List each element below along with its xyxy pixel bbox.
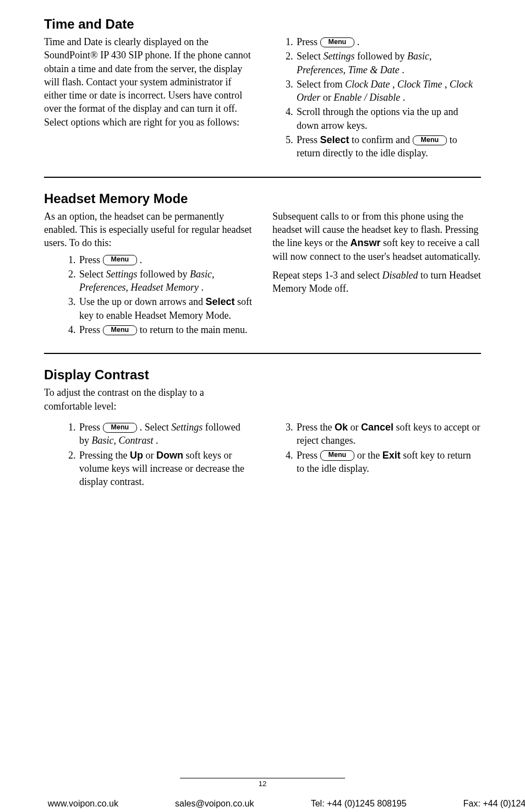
list-item: Press Menu . xyxy=(296,35,481,48)
text: Clock Time xyxy=(397,79,442,90)
text: or xyxy=(146,450,157,461)
divider xyxy=(44,177,481,178)
text: or xyxy=(323,92,334,103)
list-item: Press the Ok or Cancel soft keys to acce… xyxy=(296,421,481,448)
list-item: Press Select to confirm and Menu to retu… xyxy=(296,133,481,160)
text: Enable / Disable xyxy=(333,92,400,103)
text: Press xyxy=(297,450,320,461)
steps-list: Press Menu . Select Settings followed by… xyxy=(44,253,253,337)
footer-email: sales@voipon.co.uk xyxy=(175,799,254,809)
page-number: 12 xyxy=(259,780,266,788)
exit-softkey-label: Exit xyxy=(382,450,401,461)
text: , xyxy=(445,79,450,90)
list-item: Press Menu . Select Settings followed by… xyxy=(78,421,253,448)
heading-time-and-date: Time and Date xyxy=(44,17,481,32)
text: . Select xyxy=(140,422,171,433)
text: or xyxy=(351,422,362,433)
section-time-and-date: Time and Date Time and Date is clearly d… xyxy=(44,17,481,161)
intro-text: To adjust the contrast on the display to… xyxy=(44,386,253,413)
paragraph: Subsequent calls to or from this phone u… xyxy=(272,210,481,263)
text: . xyxy=(201,282,204,293)
right-column: Press the Ok or Cancel soft keys to acce… xyxy=(272,421,481,489)
menu-button-icon: Menu xyxy=(103,423,138,433)
list-item: Press Menu to return to the main menu. xyxy=(78,323,253,336)
text: Press xyxy=(79,422,103,433)
footer-tel: Tel: +44 (0)1245 808195 xyxy=(311,799,407,809)
select-softkey-label: Select xyxy=(205,296,234,307)
footer-site: www.voipon.co.uk xyxy=(48,799,118,809)
text: Clock Date xyxy=(345,79,390,90)
right-column: Press Menu . Select Settings followed by… xyxy=(272,35,481,161)
text: Settings xyxy=(323,51,354,62)
menu-button-icon: Menu xyxy=(320,450,355,461)
text: . xyxy=(357,36,360,47)
text: followed by xyxy=(357,51,407,62)
steps-list: Press the Ok or Cancel soft keys to acce… xyxy=(272,421,481,475)
text: Select xyxy=(297,51,323,62)
right-column: Subsequent calls to or from this phone u… xyxy=(272,210,481,338)
list-item: Select Settings followed by Basic, Prefe… xyxy=(78,268,253,295)
list-item: Press Menu . xyxy=(78,253,253,266)
text: , xyxy=(392,79,397,90)
menu-button-icon: Menu xyxy=(320,37,355,48)
text: Disabled xyxy=(382,270,418,281)
text: Pressing the xyxy=(79,450,130,461)
left-column: As an option, the headset can be permane… xyxy=(44,210,253,338)
menu-button-icon: Menu xyxy=(103,255,138,265)
text: Basic, Contrast xyxy=(92,435,154,446)
text: Press xyxy=(297,36,320,47)
menu-button-icon: Menu xyxy=(103,325,138,336)
list-item: Select Settings followed by Basic, Prefe… xyxy=(296,50,481,77)
paragraph: Repeat steps 1-3 and select Disabled to … xyxy=(272,269,481,296)
answr-softkey-label: Answr xyxy=(350,237,380,248)
divider xyxy=(44,353,481,354)
steps-list: Press Menu . Select Settings followed by… xyxy=(44,421,253,488)
text: Settings xyxy=(106,269,137,280)
text: Repeat steps 1-3 and select xyxy=(272,270,382,281)
page-number-area: 12 xyxy=(0,778,525,788)
up-softkey-label: Up xyxy=(130,450,143,461)
text: to confirm and xyxy=(352,134,412,145)
text: . xyxy=(402,64,404,75)
list-item: Select from Clock Date , Clock Time , Cl… xyxy=(296,78,481,105)
list-item: Use the up or down arrows and Select sof… xyxy=(78,295,253,322)
intro-text: As an option, the headset can be permane… xyxy=(44,210,253,250)
footer-fax: Fax: +44 (0)1245 600030 xyxy=(463,799,525,809)
footer-bar: VoIPon www.voipon.co.uk sales@voipon.co.… xyxy=(0,795,525,812)
text: or the xyxy=(357,450,382,461)
text: . xyxy=(140,254,143,265)
select-softkey-label: Select xyxy=(320,134,349,145)
text: to return to the main menu. xyxy=(140,324,248,335)
text: Use the up or down arrows and xyxy=(79,296,205,307)
text: Press the xyxy=(297,422,335,433)
heading-display-contrast: Display Contrast xyxy=(44,367,481,383)
heading-headset-memory: Headset Memory Mode xyxy=(44,191,481,206)
text: Scroll through the options via the up an… xyxy=(297,106,458,130)
cancel-softkey-label: Cancel xyxy=(361,422,393,433)
two-column-layout: Press Menu . Select Settings followed by… xyxy=(44,421,481,489)
text: followed by xyxy=(140,269,190,280)
page-number-rule xyxy=(180,778,345,778)
page: Time and Date Time and Date is clearly d… xyxy=(0,0,525,812)
two-column-layout: Time and Date is clearly displayed on th… xyxy=(44,35,481,161)
section-headset-memory: Headset Memory Mode As an option, the he… xyxy=(44,191,481,338)
section-display-contrast: Display Contrast To adjust the contrast … xyxy=(44,367,481,489)
down-softkey-label: Down xyxy=(156,450,183,461)
steps-list: Press Menu . Select Settings followed by… xyxy=(272,35,481,160)
intro-text: Time and Date is clearly displayed on th… xyxy=(44,36,251,128)
ok-softkey-label: Ok xyxy=(335,422,348,433)
left-column: Press Menu . Select Settings followed by… xyxy=(44,421,253,489)
text: Press xyxy=(79,254,103,265)
text: . xyxy=(403,92,406,103)
two-column-layout: As an option, the headset can be permane… xyxy=(44,210,481,338)
list-item: Press Menu or the Exit soft key to retur… xyxy=(296,449,481,476)
text: Select xyxy=(79,269,106,280)
text: Settings xyxy=(171,422,203,433)
list-item: Scroll through the options via the up an… xyxy=(296,105,481,132)
left-column: Time and Date is clearly displayed on th… xyxy=(44,35,253,161)
text: Press xyxy=(297,134,320,145)
text: . xyxy=(156,435,158,446)
text: Press xyxy=(79,324,103,335)
text: Select from xyxy=(297,79,345,90)
list-item: Pressing the Up or Down soft keys or vol… xyxy=(78,449,253,489)
